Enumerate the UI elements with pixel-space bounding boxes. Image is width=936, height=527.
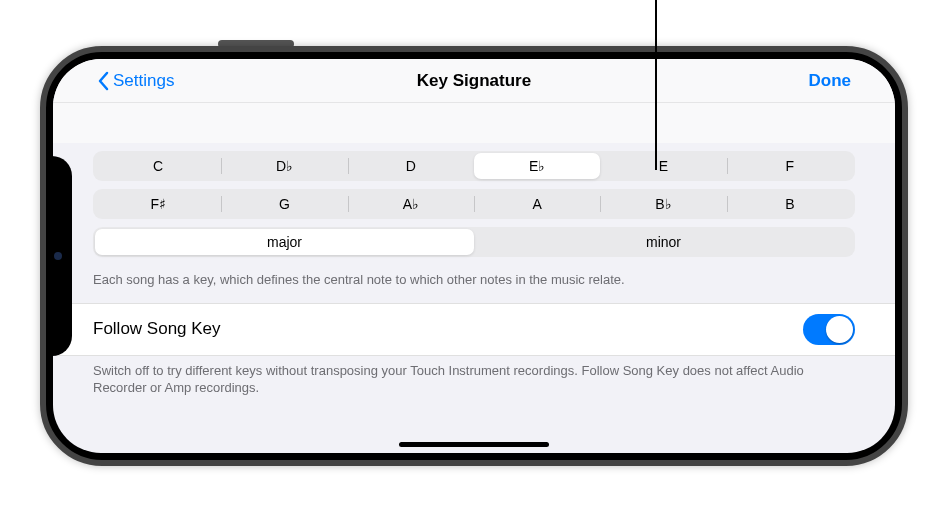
key-Aflat[interactable]: A♭ <box>348 191 474 217</box>
done-button[interactable]: Done <box>809 59 852 103</box>
camera-dot <box>54 252 62 260</box>
callout-line <box>655 0 657 170</box>
key-Eflat[interactable]: E♭ <box>474 153 600 179</box>
key-Bflat[interactable]: B♭ <box>600 191 726 217</box>
back-label: Settings <box>113 71 174 91</box>
key-row-1: CD♭DE♭EF <box>93 151 855 181</box>
back-button[interactable]: Settings <box>97 59 174 103</box>
done-label: Done <box>809 71 852 91</box>
device-frame: Settings Key Signature Done CD♭DE♭EF F♯G… <box>40 46 908 466</box>
key-F[interactable]: F <box>727 153 853 179</box>
home-indicator[interactable] <box>399 442 549 447</box>
key-Dflat[interactable]: D♭ <box>221 153 347 179</box>
key-A[interactable]: A <box>474 191 600 217</box>
scale-row: majorminor <box>93 227 855 257</box>
key-B[interactable]: B <box>727 191 853 217</box>
key-footer-text: Each song has a key, which defines the c… <box>53 265 895 303</box>
key-picker-section: CD♭DE♭EF F♯GA♭AB♭B majorminor <box>53 143 895 257</box>
follow-song-key-switch[interactable] <box>803 314 855 345</box>
spacer <box>53 103 895 143</box>
key-E[interactable]: E <box>600 153 726 179</box>
key-Fsharp[interactable]: F♯ <box>95 191 221 217</box>
key-D[interactable]: D <box>348 153 474 179</box>
follow-song-key-row: Follow Song Key <box>53 303 895 356</box>
scale-minor[interactable]: minor <box>474 229 853 255</box>
nav-title: Key Signature <box>417 71 531 91</box>
nav-bar: Settings Key Signature Done <box>53 59 895 103</box>
screen: Settings Key Signature Done CD♭DE♭EF F♯G… <box>53 59 895 453</box>
follow-song-key-label: Follow Song Key <box>93 319 221 339</box>
switch-knob <box>826 316 853 343</box>
follow-footer-text: Switch off to try different keys without… <box>53 356 895 411</box>
key-C[interactable]: C <box>95 153 221 179</box>
scale-major[interactable]: major <box>95 229 474 255</box>
key-G[interactable]: G <box>221 191 347 217</box>
key-row-2: F♯GA♭AB♭B <box>93 189 855 219</box>
chevron-left-icon <box>97 71 109 91</box>
